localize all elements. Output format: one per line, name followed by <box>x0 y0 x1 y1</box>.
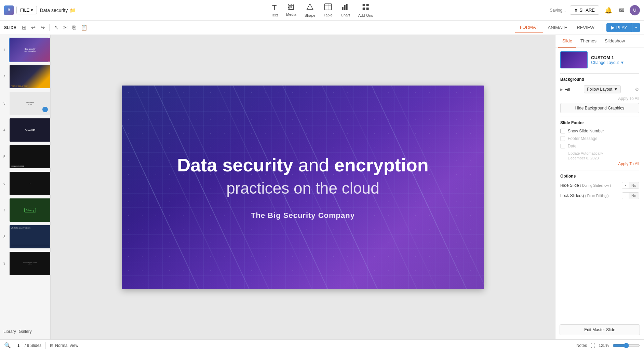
fill-settings-icon[interactable]: ⚙ <box>635 87 639 92</box>
tab-slideshow[interactable]: Slideshow <box>601 35 629 48</box>
cut-button[interactable]: ✂ <box>62 23 69 32</box>
show-slide-num-row: Show Slide Number <box>560 129 639 133</box>
change-layout-button[interactable]: Change Layout ▼ <box>591 60 624 65</box>
tab-animate[interactable]: ANIMATE <box>543 23 572 32</box>
share-button[interactable]: ⬆ SHARE <box>570 5 599 15</box>
slide-title-light: and <box>298 155 334 175</box>
date-label: Date <box>568 144 576 148</box>
show-slide-num-checkbox[interactable] <box>560 129 565 133</box>
hide-slide-no-option[interactable]: · <box>622 182 629 188</box>
tool-media[interactable]: 🖼 Media <box>286 4 296 16</box>
tool-chart[interactable]: Chart <box>341 3 350 17</box>
fill-label: ▶ Fill <box>560 87 570 92</box>
top-right: Saving... ⬆ SHARE 🔔 ✉ U <box>550 5 640 15</box>
hide-slide-label: Hide Slide ( During Slideshow ) <box>560 183 611 188</box>
slide-thumb-1[interactable]: 1 Data securityand encryption <box>9 38 48 62</box>
gallery-tab[interactable]: Gallery <box>19 329 32 334</box>
search-button[interactable]: 🔍 <box>4 342 11 349</box>
bottom-right: Notes ⛶ 125% <box>576 343 640 348</box>
date-option-2: December 8, 2023 <box>568 156 639 160</box>
toolbar-center: T Text 🖼 Media Shape Table Chart <box>271 3 373 17</box>
undo-button[interactable]: ↩ <box>29 23 37 32</box>
options-section: Options Hide Slide ( During Slideshow ) … <box>560 174 639 199</box>
play-group: ▶ PLAY ▾ <box>606 23 640 32</box>
slide-thumb-8[interactable]: 8 MANAGING AGILE PROJECTS <box>9 224 48 249</box>
slide-title: Data security and encryption <box>177 154 428 176</box>
layout-icon[interactable]: ⊞ <box>20 23 28 32</box>
paste-button[interactable]: 📋 <box>79 23 89 32</box>
divider-2 <box>560 117 639 117</box>
view-button[interactable]: ⊟ Normal View <box>50 343 78 348</box>
hide-slide-no-label[interactable]: No <box>629 182 639 188</box>
library-tab[interactable]: Library <box>3 329 16 334</box>
play-dropdown-button[interactable]: ▾ <box>632 23 640 32</box>
tab-format[interactable]: FORMAT <box>515 23 543 32</box>
svg-rect-9 <box>363 8 365 10</box>
notes-button[interactable]: Notes <box>576 343 587 348</box>
footer-apply-all-button[interactable]: Apply To All <box>560 161 639 166</box>
tab-themes[interactable]: Themes <box>576 35 601 48</box>
slide-thumb-5[interactable]: 5 SOCIAL INFLUENCE <box>9 144 48 169</box>
options-section-title: Options <box>560 174 639 179</box>
right-panel-body: CUSTOM 1 Change Layout ▼ Background ▶ Fi… <box>555 48 644 320</box>
edit-master-button[interactable]: Edit Master Slide <box>560 324 640 335</box>
zoom-level: 125% <box>599 343 609 348</box>
svg-rect-7 <box>363 4 365 6</box>
tool-table[interactable]: Table <box>324 3 333 17</box>
right-panel-tabs: Slide Themes Slideshow <box>555 35 644 48</box>
fullscreen-button[interactable]: ⛶ <box>590 343 595 348</box>
top-bar: B FILE ▾ Data security 📁 T Text 🖼 Media … <box>0 0 644 21</box>
tab-slide[interactable]: Slide <box>558 35 576 48</box>
total-pages: / 9 Slides <box>25 343 41 348</box>
folder-icon: 📁 <box>70 8 76 13</box>
apply-all-link[interactable]: Apply To All <box>560 96 639 101</box>
divider-1 <box>560 73 639 74</box>
slide-thumb-6[interactable]: 6 • <box>9 171 48 196</box>
slide-thumb-2[interactable]: 2 PROTECT DATA AT REST <box>9 64 48 89</box>
lock-slide-dot[interactable]: · <box>622 193 629 199</box>
zoom-slider[interactable] <box>613 343 640 348</box>
slide-thumb-4[interactable]: 4 RobotiCS? <box>9 118 48 142</box>
layout-name: CUSTOM 1 <box>591 55 639 60</box>
lock-slide-label: Lock Slide(s) ( From Editing ) <box>560 193 609 198</box>
main-area: 1 Data securityand encryption 2 PROTECT … <box>0 35 644 339</box>
copy-button[interactable]: ⎘ <box>71 23 78 32</box>
page-number-input[interactable]: 1 <box>14 342 23 349</box>
messages-icon[interactable]: ✉ <box>618 5 626 15</box>
play-button[interactable]: ▶ PLAY <box>606 23 632 32</box>
tool-text[interactable]: T Text <box>271 3 278 17</box>
slide-thumb-7[interactable]: 7 Privacy <box>9 198 48 222</box>
show-slide-num-label: Show Slide Number <box>568 129 604 133</box>
separator-bottom <box>45 342 46 349</box>
slide-thumb-9[interactable]: 9 Enterprise Business Softwareslide inc <box>9 251 48 276</box>
slide-title-bold1: Data security <box>177 155 293 175</box>
tab-review[interactable]: REVIEW <box>572 23 599 32</box>
lock-slide-no-label[interactable]: No <box>629 193 639 199</box>
tool-addons[interactable]: Add-Ons <box>358 3 373 17</box>
date-option-1: Update Automatically <box>568 151 639 155</box>
slide-thumb-3[interactable]: 3 Protect dataat rest <box>9 91 48 116</box>
footer-message-checkbox[interactable] <box>560 136 565 141</box>
canvas-area: Data security and encryption practices o… <box>51 35 555 339</box>
slide-content: Data security and encryption practices o… <box>122 86 484 289</box>
hide-slide-toggle: · No <box>622 182 639 189</box>
slide-title-bold2: encryption <box>334 155 429 175</box>
lock-slide-row: Lock Slide(s) ( From Editing ) · No <box>560 192 639 199</box>
page-indicator: 1 / 9 Slides <box>14 342 41 349</box>
file-label: FILE <box>20 8 29 13</box>
svg-marker-0 <box>307 4 313 10</box>
separator-2 <box>603 24 603 31</box>
hide-background-button[interactable]: Hide Background Graphics <box>560 103 639 113</box>
bottom-bar: 🔍 1 / 9 Slides ⊟ Normal View Notes ⛶ 125… <box>0 339 644 351</box>
redo-button[interactable]: ↪ <box>39 23 46 32</box>
fill-dropdown[interactable]: Follow Layout ▼ <box>584 85 621 93</box>
cursor-button[interactable]: ↖ <box>52 23 60 32</box>
saving-text: Saving... <box>550 8 566 13</box>
file-button[interactable]: FILE ▾ <box>16 6 37 14</box>
tool-shape[interactable]: Shape <box>305 3 316 17</box>
svg-rect-8 <box>366 4 369 6</box>
notifications-icon[interactable]: 🔔 <box>603 5 614 15</box>
date-checkbox[interactable] <box>560 144 565 148</box>
divider-3 <box>560 170 639 170</box>
separator-1 <box>49 24 50 31</box>
